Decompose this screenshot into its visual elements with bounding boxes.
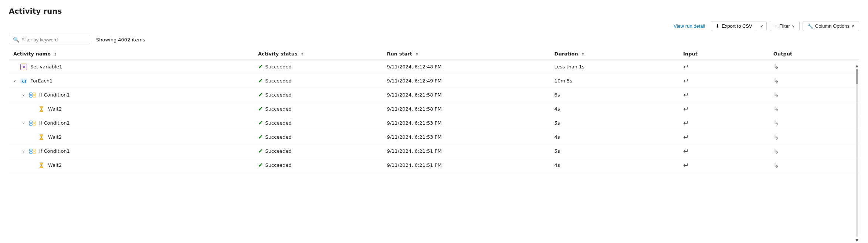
cell-run-start: 9/11/2024, 6:21:51 PM [383, 158, 550, 172]
output-action-icon[interactable]: ↳ [773, 133, 779, 141]
col-header-duration[interactable]: Duration ↕ [550, 48, 679, 60]
sort-runstart-icon: ↕ [416, 53, 418, 56]
cell-status: ✔ Succeeded [254, 60, 382, 74]
wrench-icon: 🔧 [807, 23, 813, 29]
svg-rect-19 [30, 152, 32, 153]
scroll-up-arrow[interactable]: ▲ [855, 64, 858, 68]
cell-name: ∨ {} ForEach1 [9, 74, 254, 88]
search-row: 🔍 Showing 4002 items [9, 35, 859, 44]
page-title: Activity runs [9, 7, 859, 16]
page-container: Activity runs View run detail ⬇ Export t… [0, 0, 868, 243]
download-icon: ⬇ [716, 23, 720, 29]
export-group: ⬇ Export to CSV ∨ [711, 21, 766, 31]
sort-status-icon: ↕ [301, 53, 304, 56]
status-text: Succeeded [265, 64, 292, 70]
table-row: ∨ If Condition1 ✔ Succeeded 9/11/2024, 6… [9, 116, 859, 130]
column-options-button[interactable]: 🔧 Column Options ∨ [803, 21, 859, 31]
output-action-icon[interactable]: ↳ [773, 161, 779, 169]
sort-name-icon: ↕ [54, 53, 57, 56]
svg-text:{}: {} [22, 80, 27, 83]
cell-run-start: 9/11/2024, 6:12:48 PM [383, 60, 550, 74]
expand-icon[interactable]: ∨ [22, 149, 27, 153]
filter-chevron-icon: ∨ [792, 24, 795, 28]
input-action-icon[interactable]: ↵ [683, 147, 689, 155]
cell-output: ↳ [769, 60, 859, 74]
output-action-icon[interactable]: ↳ [773, 147, 779, 155]
col-header-output: Output [769, 48, 859, 60]
expand-icon[interactable]: ∨ [22, 121, 27, 125]
input-action-icon[interactable]: ↵ [683, 133, 689, 141]
cell-input: ↵ [679, 130, 769, 144]
cell-output: ↳ [769, 144, 859, 158]
cell-name: ∨ If Condition1 [9, 144, 254, 158]
cell-name: ∨ If Condition1 [9, 116, 254, 130]
status-text: Succeeded [265, 134, 292, 140]
table-row: ∨ If Condition1 ✔ Succeeded 9/11/2024, 6… [9, 144, 859, 158]
status-text: Succeeded [265, 92, 292, 98]
table-row: ∨ If Condition1 ✔ Succeeded 9/11/2024, 6… [9, 88, 859, 102]
cell-output: ↳ [769, 102, 859, 116]
cell-duration: 4s [550, 130, 679, 144]
table-row: Wait2 ✔ Succeeded 9/11/2024, 6:21:51 PM4… [9, 158, 859, 172]
expand-icon[interactable]: ∨ [13, 79, 18, 83]
search-input[interactable] [21, 37, 86, 43]
cell-status: ✔ Succeeded [254, 116, 382, 130]
output-action-icon[interactable]: ↳ [773, 119, 779, 127]
table-row: Wait2 ✔ Succeeded 9/11/2024, 6:21:53 PM4… [9, 130, 859, 144]
cell-input: ↵ [679, 144, 769, 158]
cell-output: ↳ [769, 130, 859, 144]
cell-run-start: 9/11/2024, 6:21:58 PM [383, 102, 550, 116]
cell-name: ∨ If Condition1 [9, 88, 254, 102]
cell-input: ↵ [679, 158, 769, 172]
cell-input: ↵ [679, 60, 769, 74]
cell-status: ✔ Succeeded [254, 88, 382, 102]
export-csv-chevron[interactable]: ∨ [757, 21, 766, 30]
output-action-icon[interactable]: ↳ [773, 63, 779, 71]
output-action-icon[interactable]: ↳ [773, 105, 779, 113]
status-text: Succeeded [265, 148, 292, 154]
input-action-icon[interactable]: ↵ [683, 91, 689, 99]
column-options-chevron-icon: ∨ [851, 24, 854, 28]
cell-duration: 10m 5s [550, 74, 679, 88]
status-success-icon: ✔ [258, 105, 263, 112]
input-action-icon[interactable]: ↵ [683, 161, 689, 169]
col-header-runstart[interactable]: Run start ↕ [383, 48, 550, 60]
view-run-detail-button[interactable]: View run detail [671, 21, 708, 31]
table-row: xSet variable1 ✔ Succeeded 9/11/2024, 6:… [9, 60, 859, 74]
status-success-icon: ✔ [258, 148, 263, 155]
filter-button[interactable]: ≡ Filter ∨ [770, 21, 800, 31]
output-action-icon[interactable]: ↳ [773, 77, 779, 85]
activity-name-text: If Condition1 [39, 92, 70, 98]
expand-icon[interactable]: ∨ [22, 93, 27, 97]
input-action-icon[interactable]: ↵ [683, 105, 689, 113]
svg-rect-5 [30, 95, 32, 97]
filter-label: Filter [779, 23, 790, 29]
status-success-icon: ✔ [258, 119, 263, 126]
activity-name-text: Wait2 [48, 106, 62, 112]
scrollbar: ▲ ▼ [855, 63, 859, 243]
cell-run-start: 9/11/2024, 6:21:53 PM [383, 130, 550, 144]
cell-duration: 4s [550, 102, 679, 116]
col-header-status[interactable]: Activity status ↕ [254, 48, 382, 60]
scroll-down-arrow[interactable]: ▼ [855, 238, 858, 242]
column-options-label: Column Options [815, 23, 850, 29]
activity-name-text: Wait2 [48, 162, 62, 168]
svg-rect-6 [33, 95, 35, 97]
cell-output: ↳ [769, 116, 859, 130]
svg-rect-13 [33, 124, 35, 125]
output-action-icon[interactable]: ↳ [773, 91, 779, 99]
cell-output: ↳ [769, 158, 859, 172]
svg-rect-17 [30, 149, 32, 151]
search-icon: 🔍 [13, 37, 19, 43]
col-header-name[interactable]: Activity name ↕ [9, 48, 254, 60]
input-action-icon[interactable]: ↵ [683, 63, 689, 71]
status-text: Succeeded [265, 106, 292, 112]
cell-name: Wait2 [9, 158, 254, 172]
cell-duration: 5s [550, 116, 679, 130]
scroll-thumb[interactable] [856, 69, 858, 84]
export-csv-button[interactable]: ⬇ Export to CSV [711, 21, 757, 31]
cell-input: ↵ [679, 102, 769, 116]
input-action-icon[interactable]: ↵ [683, 77, 689, 85]
cell-status: ✔ Succeeded [254, 130, 382, 144]
input-action-icon[interactable]: ↵ [683, 119, 689, 127]
